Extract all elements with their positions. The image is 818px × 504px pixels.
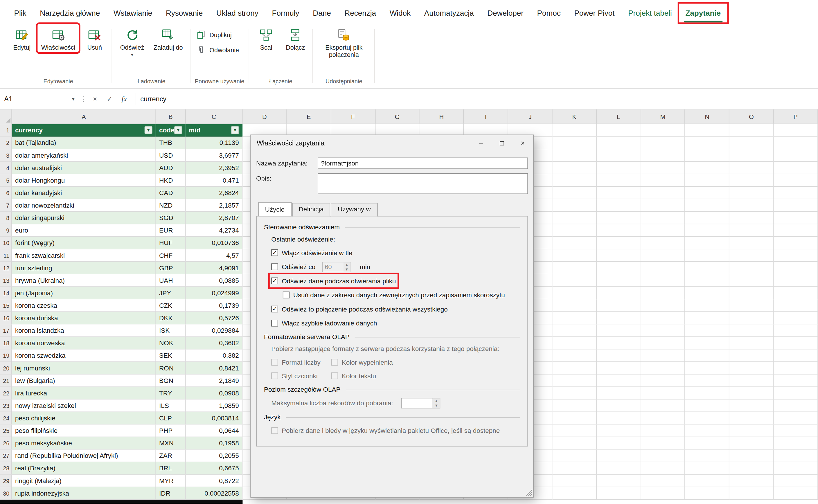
cell[interactable] (729, 462, 774, 475)
cell[interactable] (774, 137, 818, 149)
cell[interactable] (685, 162, 729, 174)
cell[interactable] (774, 350, 818, 362)
cell[interactable] (774, 249, 818, 262)
cell-mid[interactable]: 0,1739 (186, 299, 243, 312)
cell-mid[interactable]: 0,382 (186, 350, 243, 362)
cell-currency[interactable]: korona czeska (12, 299, 156, 312)
option-odśwież-to-połączenie-podczas-odświeżania-wszystkiego[interactable]: ✓Odśwież to połączenie podczas odświeżan… (271, 304, 448, 314)
description-input[interactable] (318, 173, 528, 194)
cell[interactable] (641, 137, 685, 149)
cell[interactable] (774, 312, 818, 324)
cell[interactable] (774, 287, 818, 299)
cell-currency[interactable]: hrywna (Ukraina) (12, 274, 156, 287)
cell[interactable] (774, 450, 818, 462)
cell-mid[interactable]: 2,8707 (186, 212, 243, 224)
cell[interactable] (685, 224, 729, 237)
cell[interactable] (729, 137, 774, 149)
cell[interactable] (641, 262, 685, 274)
cell[interactable] (729, 375, 774, 387)
cell[interactable] (552, 174, 596, 187)
cell[interactable] (729, 350, 774, 362)
cell-mid[interactable]: 0,0885 (186, 274, 243, 287)
cell-currency[interactable]: korona islandzka (12, 324, 156, 337)
cell[interactable] (597, 487, 641, 500)
cell[interactable] (552, 262, 596, 274)
ribbon-tab-układ-strony[interactable]: Układ strony (210, 3, 265, 23)
cell[interactable] (597, 137, 641, 149)
cell[interactable] (597, 337, 641, 350)
cell-code[interactable]: MYR (156, 475, 186, 487)
cell[interactable] (641, 299, 685, 312)
ribbon-tab-rysowanie[interactable]: Rysowanie (159, 3, 210, 23)
dialog-tab-definicja[interactable]: Definicja (292, 203, 330, 217)
cell[interactable] (685, 462, 729, 475)
ribbon-tab-zapytanie[interactable]: Zapytanie (679, 3, 727, 23)
column-header-c[interactable]: C (186, 109, 243, 124)
cell[interactable] (685, 375, 729, 387)
ribbon-button-duplikuj[interactable]: Duplikuj (197, 30, 239, 39)
cell[interactable] (641, 224, 685, 237)
cell-mid[interactable]: 3,6977 (186, 149, 243, 162)
cell-currency[interactable]: rand (Republika Południowej Afryki) (12, 450, 156, 462)
cell-code[interactable]: MXN (156, 437, 186, 450)
cell[interactable] (685, 262, 729, 274)
row-header[interactable]: 23 (0, 399, 12, 412)
cell[interactable] (774, 149, 818, 162)
maximize-icon[interactable]: □ (491, 135, 512, 151)
cell-code[interactable]: ILS (156, 399, 186, 412)
cell[interactable] (552, 187, 596, 199)
column-header-h[interactable]: H (420, 109, 464, 124)
cell[interactable] (641, 199, 685, 212)
option-usuń-dane-z-zakresu-danych-zewnętrznych-przed-zapisaniem-skoroszytu[interactable]: Usuń dane z zakresu danych zewnętrznych … (283, 290, 505, 300)
cell-currency[interactable]: peso filipińskie (12, 424, 156, 437)
row-header[interactable]: 12 (0, 262, 12, 274)
ribbon-button-właściwości[interactable]: Właściwości (37, 24, 79, 52)
table-header-mid[interactable]: mid▼ (186, 124, 243, 137)
cell-code[interactable]: NOK (156, 337, 186, 350)
cell[interactable] (641, 424, 685, 437)
cell[interactable] (685, 137, 729, 149)
cell[interactable] (774, 174, 818, 187)
cell[interactable] (641, 312, 685, 324)
cell[interactable] (552, 274, 596, 287)
cell-currency[interactable]: jen (Japonia) (12, 287, 156, 299)
query-name-input[interactable] (318, 158, 528, 169)
cell-currency[interactable]: funt szterling (12, 262, 156, 274)
close-icon[interactable]: × (512, 135, 533, 151)
cell-currency[interactable]: korona duńska (12, 312, 156, 324)
cell[interactable] (774, 274, 818, 287)
cell-mid[interactable]: 2,1849 (186, 375, 243, 387)
cell-code[interactable]: CLP (156, 412, 186, 424)
cell-currency[interactable]: euro (12, 224, 156, 237)
cell-mid[interactable]: 0,00022558 (186, 487, 243, 500)
cell-mid[interactable]: 0,6675 (186, 462, 243, 475)
cell-currency[interactable]: nowy izraelski szekel (12, 399, 156, 412)
ribbon-button-dołącz[interactable]: Dołącz (282, 24, 309, 52)
column-header-g[interactable]: G (375, 109, 420, 124)
spin-down-icon[interactable]: ▼ (343, 267, 350, 271)
cell[interactable] (685, 412, 729, 424)
row-header[interactable]: 17 (0, 324, 12, 337)
cell[interactable] (597, 187, 641, 199)
cell[interactable] (552, 450, 596, 462)
cell[interactable] (729, 274, 774, 287)
cell[interactable] (774, 387, 818, 399)
cell[interactable] (552, 424, 596, 437)
column-header-b[interactable]: B (156, 109, 186, 124)
cell[interactable] (729, 187, 774, 199)
cell[interactable] (597, 399, 641, 412)
cell-currency[interactable]: korona szwedzka (12, 350, 156, 362)
cell-currency[interactable]: dolar Hongkongu (12, 174, 156, 187)
filter-dropdown-icon[interactable]: ▼ (174, 126, 182, 134)
cell[interactable] (729, 450, 774, 462)
cell-code[interactable]: CZK (156, 299, 186, 312)
cell[interactable] (774, 124, 818, 137)
select-all-corner[interactable] (0, 109, 12, 124)
ribbon-tab-narzędzia-główne[interactable]: Narzędzia główne (33, 3, 107, 23)
ribbon-button-edytuj[interactable]: Edytuj (8, 24, 35, 52)
cell-currency[interactable]: lira turecka (12, 387, 156, 399)
name-box[interactable]: A1 ▾ (0, 91, 79, 106)
cell-code[interactable]: CHF (156, 249, 186, 262)
cell[interactable] (729, 487, 774, 500)
cell[interactable] (774, 299, 818, 312)
